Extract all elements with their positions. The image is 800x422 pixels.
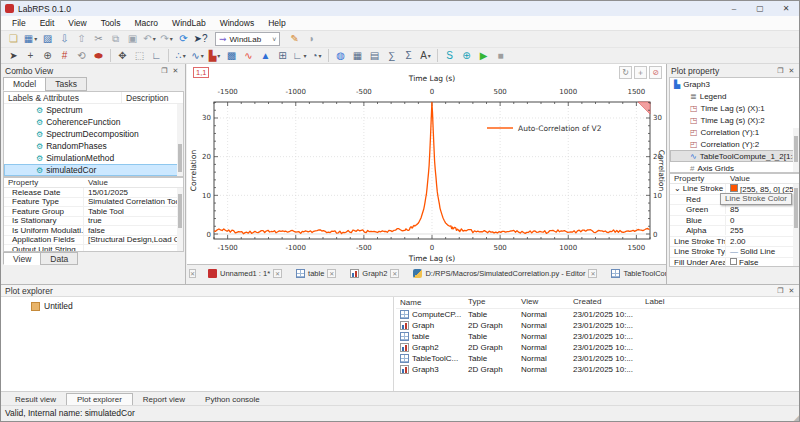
- table-row[interactable]: TableToolC...TableNormal23/01/2025 10:..…: [396, 353, 800, 364]
- menu-file[interactable]: File: [5, 18, 33, 28]
- explorer-tree-item[interactable]: Untitled: [1, 297, 393, 311]
- mdi-tab-d-rps-macros-simulatedco[interactable]: D:/RPS/Macros/SimulatedCorrelation.py - …: [409, 266, 601, 281]
- macro-edit-button[interactable]: ✎: [287, 32, 302, 47]
- menu-windlab[interactable]: WindLab: [165, 18, 213, 28]
- plot-refresh-icon[interactable]: ↻: [619, 66, 632, 79]
- property-row[interactable]: Application Fields[Structural Design,Loa…: [4, 236, 183, 246]
- plot-tree-item[interactable]: ◳Time Lag (s) (X):2: [670, 114, 799, 126]
- plot-add-layer-icon[interactable]: ＋: [634, 66, 647, 79]
- pie-plot-button[interactable]: ◔▾: [309, 48, 324, 63]
- plot-tree-item[interactable]: ◳Time Lag (s) (X):1: [670, 102, 799, 114]
- dock-tab-result-view[interactable]: Result view: [5, 394, 66, 405]
- menu-help[interactable]: Help: [261, 18, 292, 28]
- hidden-tab-close-icon[interactable]: ✕: [189, 269, 196, 278]
- run-button[interactable]: ▶: [476, 48, 491, 63]
- curve-property-row[interactable]: Line Stroke Type—Solid Line: [670, 247, 799, 258]
- tab-tasks[interactable]: Tasks: [45, 77, 87, 91]
- export-button[interactable]: ⇧: [74, 32, 89, 47]
- crosshair-button[interactable]: +: [23, 48, 38, 63]
- curve-property-row[interactable]: Line Stroke Thi...2.00: [670, 237, 799, 248]
- plot-tree-item[interactable]: ∿TableToolCompute_1_2[1:4097]: [670, 150, 799, 162]
- curve-property-row[interactable]: Blue0: [670, 216, 799, 227]
- dock-tab-report-view[interactable]: Report view: [133, 394, 195, 405]
- axis-plot-button[interactable]: ∟▾: [292, 48, 307, 63]
- checkbox-icon[interactable]: [730, 258, 737, 265]
- menu-windows[interactable]: Windows: [213, 18, 261, 28]
- tab-data[interactable]: Data: [40, 252, 78, 265]
- axes-button[interactable]: ∟: [149, 48, 164, 63]
- bar-plot-button[interactable]: ▙▾: [207, 48, 222, 63]
- property-row[interactable]: Release Date15/01/2025: [4, 188, 183, 198]
- workbench-selector[interactable]: ⇝WindLab˅: [215, 32, 280, 46]
- scatter-plot-button[interactable]: ∴▾: [173, 48, 188, 63]
- float-panel-icon[interactable]: ❐: [159, 65, 170, 76]
- tree-item-spectrum[interactable]: ⚙Spectrum: [4, 104, 183, 116]
- property-row[interactable]: Feature TypeSimulated Correlation Tool: [4, 198, 183, 208]
- property-row[interactable]: Is Uniform Modulati...false: [4, 226, 183, 236]
- maximize-icon[interactable]: ▢: [747, 1, 773, 16]
- close-panel-icon[interactable]: ✕: [786, 285, 797, 296]
- area-plot-button[interactable]: ▲: [258, 48, 273, 63]
- close-panel-icon[interactable]: ✕: [170, 65, 181, 76]
- workbench-grid-button[interactable]: ▦▾: [23, 32, 38, 47]
- plot-tree-root[interactable]: ▙Graph3: [670, 78, 799, 90]
- rotate-button[interactable]: ⟲: [74, 48, 89, 63]
- tree-item-spectrumdecomposition[interactable]: ⚙SpectrumDecomposition: [4, 128, 183, 140]
- tree-item-randomphases[interactable]: ⚙RandomPhases: [4, 140, 183, 152]
- target-button[interactable]: ⊕: [40, 48, 55, 63]
- curve-property-scrollbar[interactable]: [793, 184, 799, 266]
- undo-button[interactable]: ↶▾: [142, 32, 157, 47]
- table-row[interactable]: tableTableNormal23/01/2025 10:...: [396, 331, 800, 342]
- plot-tree-item[interactable]: #Axis Grids: [670, 162, 799, 173]
- mdi-tab-tabletoolcompute[interactable]: TableToolCompute✕: [607, 266, 666, 281]
- move-button[interactable]: ✥: [115, 48, 130, 63]
- zoom-box-button[interactable]: ⬚: [132, 48, 147, 63]
- line-plot-button[interactable]: ∿▾: [190, 48, 205, 63]
- tree-item-coherencefunction[interactable]: ⚙CoherenceFunction: [4, 116, 183, 128]
- curve-property-row[interactable]: Green85: [670, 205, 799, 216]
- macro-run-button[interactable]: ◗: [304, 32, 319, 47]
- text-label-button[interactable]: A▾: [418, 48, 433, 63]
- resize-grip-icon[interactable]: ◢: [794, 413, 800, 422]
- property-row[interactable]: Feature GroupTable Tool: [4, 207, 183, 217]
- sum-button[interactable]: ∑: [384, 48, 399, 63]
- add-table-button[interactable]: ⊞: [275, 48, 290, 63]
- redo-button[interactable]: ↷▾: [159, 32, 174, 47]
- tree-item-simulationmethod[interactable]: ⚙SimulationMethod: [4, 152, 183, 164]
- new-file-button[interactable]: ❏: [6, 32, 21, 47]
- menu-edit[interactable]: Edit: [33, 18, 62, 28]
- curve-property-row[interactable]: Fill Under AreaFalse: [670, 258, 799, 268]
- table-row[interactable]: Graph22D GraphNormal23/01/2025 10:...: [396, 342, 800, 353]
- property-row[interactable]: Output Unit String: [4, 245, 183, 252]
- curve-plot-button[interactable]: ∿: [241, 48, 256, 63]
- tab-close-icon[interactable]: ✕: [273, 269, 282, 278]
- minimize-icon[interactable]: –: [721, 1, 747, 16]
- sphere-button[interactable]: ◍: [333, 48, 348, 63]
- table-row[interactable]: Graph2D GraphNormal23/01/2025 10:...: [396, 320, 800, 331]
- tab-close-icon[interactable]: ✕: [327, 269, 336, 278]
- table-row[interactable]: ComputeCP...TableNormal23/01/2025 10:...: [396, 309, 800, 320]
- menu-tools[interactable]: Tools: [94, 18, 128, 28]
- whats-this-button[interactable]: ➤?: [193, 32, 208, 47]
- property-row[interactable]: Is Stationarytrue: [4, 217, 183, 227]
- float-panel-icon[interactable]: ❐: [775, 285, 786, 296]
- close-icon[interactable]: ✕: [773, 1, 799, 16]
- hash-marker-button[interactable]: #: [57, 48, 72, 63]
- close-panel-icon[interactable]: ✕: [786, 65, 797, 76]
- plot-tree-item[interactable]: ≣Legend: [670, 90, 799, 102]
- copy-button[interactable]: ⧉: [108, 32, 123, 47]
- tree-scrollbar[interactable]: [177, 104, 183, 176]
- simulation-button[interactable]: S: [442, 48, 457, 63]
- property-scrollbar[interactable]: [177, 188, 183, 252]
- plot-tree-item[interactable]: ◰Correlation (Y):1: [670, 126, 799, 138]
- tab-close-icon[interactable]: ✕: [588, 269, 597, 278]
- dock-tab-python-console[interactable]: Python console: [195, 394, 270, 405]
- ellipse-button[interactable]: ⬬: [91, 48, 106, 63]
- mdi-tab-table[interactable]: table✕: [292, 266, 340, 281]
- plot-tree-scrollbar[interactable]: [793, 128, 799, 172]
- open-folder-button[interactable]: ▨: [40, 32, 55, 47]
- menu-macro[interactable]: Macro: [127, 18, 165, 28]
- stop-button[interactable]: ■: [493, 48, 508, 63]
- tab-model[interactable]: Model: [3, 77, 46, 91]
- mdi-tab-unnamed1-1-[interactable]: Unnamed1 : 1*✕: [204, 266, 286, 281]
